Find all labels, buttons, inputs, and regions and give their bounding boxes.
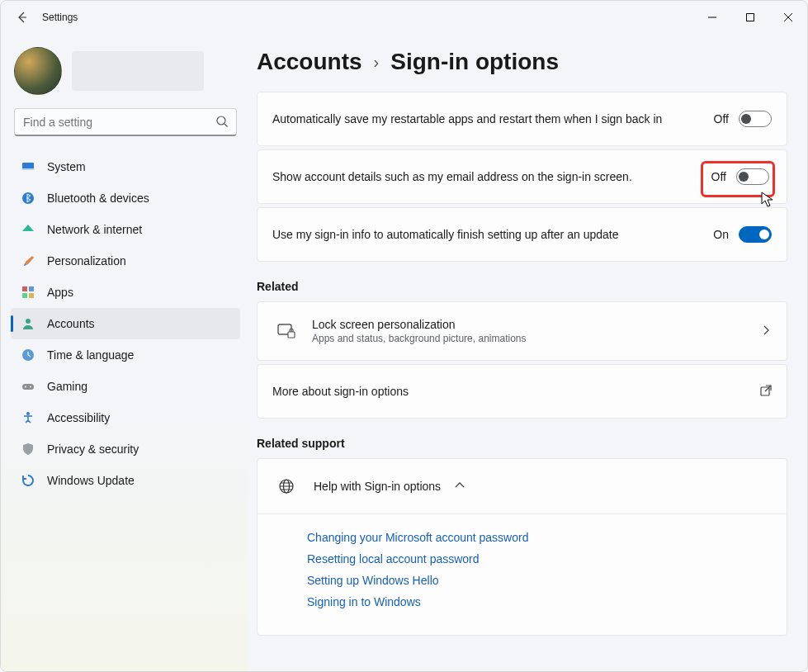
bluetooth-icon <box>21 191 35 206</box>
window-title: Settings <box>42 12 693 23</box>
chevron-right-icon: › <box>374 53 380 72</box>
breadcrumb: Accounts › Sign-in options <box>257 49 787 75</box>
setting-label: Use my sign-in info to automatically fin… <box>272 228 702 241</box>
related-title: Lock screen personalization <box>312 318 749 331</box>
nav-item-update[interactable]: Windows Update <box>11 465 240 496</box>
brush-icon <box>21 253 35 268</box>
nav-item-apps[interactable]: Apps <box>11 277 240 308</box>
nav-label: Accounts <box>47 317 95 330</box>
svg-point-14 <box>26 412 30 415</box>
toggle-state-label: On <box>713 228 729 241</box>
profile-name-placeholder <box>72 51 204 91</box>
minimize-button[interactable] <box>693 4 731 31</box>
search-input[interactable] <box>14 108 237 136</box>
nav-label: Apps <box>47 286 73 299</box>
help-link-reset-local-password[interactable]: Resetting local account password <box>307 552 772 566</box>
svg-rect-8 <box>29 293 34 298</box>
svg-point-12 <box>25 386 26 388</box>
sidebar: System Bluetooth & devices Network & int… <box>1 34 248 671</box>
nav-item-bluetooth[interactable]: Bluetooth & devices <box>11 182 240 214</box>
svg-rect-3 <box>22 168 34 170</box>
person-icon <box>21 316 35 331</box>
setting-label: Automatically save my restartable apps a… <box>272 112 702 125</box>
svg-point-1 <box>217 116 225 125</box>
related-title: More about sign-in options <box>272 385 749 398</box>
close-button[interactable] <box>769 4 807 31</box>
toggle-show-account-details[interactable] <box>736 168 769 185</box>
maximize-button[interactable] <box>731 4 769 31</box>
search-icon <box>215 115 229 130</box>
nav-label: Time & language <box>47 348 134 362</box>
annotation-highlight: Off <box>701 161 775 197</box>
related-subtitle: Apps and status, background picture, ani… <box>312 333 749 344</box>
globe-icon <box>272 472 300 500</box>
close-icon <box>784 13 792 21</box>
help-link-change-ms-password[interactable]: Changing your Microsoft account password <box>307 531 772 544</box>
setting-label: Show account details such as my email ad… <box>272 170 697 183</box>
nav-label: Bluetooth & devices <box>47 192 149 205</box>
titlebar: Settings <box>1 1 807 34</box>
nav-label: Network & internet <box>47 223 142 236</box>
search-box[interactable] <box>14 108 237 136</box>
avatar <box>14 47 62 95</box>
related-more-signin[interactable]: More about sign-in options <box>257 364 787 419</box>
help-header[interactable]: Help with Sign-in options <box>258 459 787 513</box>
toggle-state-label: Off <box>711 170 726 183</box>
svg-point-13 <box>30 386 31 388</box>
system-icon <box>21 159 35 174</box>
related-heading: Related <box>257 280 787 293</box>
clock-icon <box>21 348 35 362</box>
setting-show-account-details: Show account details such as my email ad… <box>257 149 787 204</box>
nav-label: Windows Update <box>47 474 135 487</box>
accessibility-icon <box>21 410 35 425</box>
nav-label: System <box>47 160 86 173</box>
help-panel: Help with Sign-in options Changing your … <box>257 458 787 636</box>
shield-icon <box>21 442 35 457</box>
svg-rect-16 <box>288 332 295 338</box>
setting-auto-restart-apps: Automatically save my restartable apps a… <box>257 92 787 146</box>
toggle-state-label: Off <box>714 112 729 125</box>
breadcrumb-parent[interactable]: Accounts <box>257 49 362 75</box>
svg-point-9 <box>26 319 31 324</box>
maximize-icon <box>746 13 754 21</box>
nav-item-privacy[interactable]: Privacy & security <box>11 433 240 465</box>
open-link-icon <box>760 385 772 399</box>
help-title: Help with Sign-in options <box>314 480 441 493</box>
minimize-icon <box>708 13 716 21</box>
nav-item-time[interactable]: Time & language <box>11 339 240 371</box>
nav-label: Privacy & security <box>47 442 139 456</box>
help-link-signing-in[interactable]: Signing in to Windows <box>307 595 772 608</box>
profile-block[interactable] <box>14 47 237 95</box>
nav-item-network[interactable]: Network & internet <box>11 214 240 245</box>
toggle-auto-restart[interactable] <box>739 111 772 127</box>
nav-label: Personalization <box>47 254 126 267</box>
nav-label: Accessibility <box>47 411 110 424</box>
page-title: Sign-in options <box>390 49 559 75</box>
related-lock-screen[interactable]: Lock screen personalization Apps and sta… <box>257 301 787 361</box>
monitor-lock-icon <box>272 317 300 345</box>
nav-list: System Bluetooth & devices Network & int… <box>11 151 240 496</box>
nav-item-personalization[interactable]: Personalization <box>11 245 240 277</box>
svg-rect-11 <box>22 384 34 390</box>
wifi-icon <box>21 222 35 237</box>
arrow-left-icon <box>16 11 29 24</box>
main-content: Accounts › Sign-in options Automatically… <box>248 34 807 671</box>
toggle-auto-setup[interactable] <box>739 226 772 243</box>
nav-item-system[interactable]: System <box>11 151 240 182</box>
svg-rect-7 <box>22 293 27 298</box>
gamepad-icon <box>21 379 35 394</box>
svg-rect-6 <box>29 286 34 291</box>
update-icon <box>21 473 35 488</box>
svg-rect-5 <box>22 286 27 291</box>
chevron-right-icon <box>760 324 772 338</box>
apps-icon <box>21 285 35 300</box>
nav-item-gaming[interactable]: Gaming <box>11 371 240 402</box>
svg-rect-0 <box>747 14 754 21</box>
help-link-windows-hello[interactable]: Setting up Windows Hello <box>307 574 772 587</box>
related-support-heading: Related support <box>257 437 787 450</box>
nav-label: Gaming <box>47 380 87 393</box>
back-button[interactable] <box>7 2 37 32</box>
help-links: Changing your Microsoft account password… <box>258 513 787 635</box>
nav-item-accessibility[interactable]: Accessibility <box>11 402 240 433</box>
nav-item-accounts[interactable]: Accounts <box>11 308 240 339</box>
